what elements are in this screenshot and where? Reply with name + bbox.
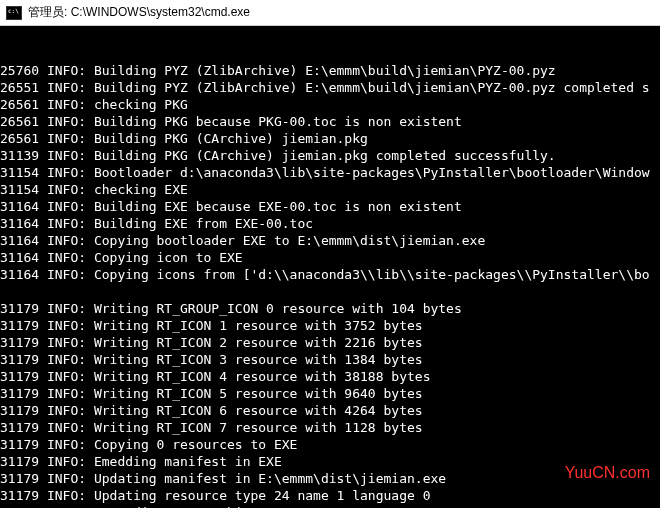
cmd-icon <box>6 6 22 20</box>
output-line: 31139 INFO: Building PKG (CArchive) jiem… <box>0 147 660 164</box>
output-line: 31179 INFO: Copying 0 resources to EXE <box>0 436 660 453</box>
title-bar[interactable]: 管理员: C:\WINDOWS\system32\cmd.exe <box>0 0 660 26</box>
output-line: 26551 INFO: Building PYZ (ZlibArchive) E… <box>0 79 660 96</box>
output-line: 31179 INFO: Updating manifest in E:\emmm… <box>0 470 660 487</box>
output-line: 31179 INFO: Writing RT_ICON 6 resource w… <box>0 402 660 419</box>
output-line: 25760 INFO: Building PYZ (ZlibArchive) E… <box>0 62 660 79</box>
window-title: 管理员: C:\WINDOWS\system32\cmd.exe <box>28 4 250 21</box>
output-line: 26561 INFO: checking PKG <box>0 96 660 113</box>
output-line: 31164 INFO: Building EXE from EXE-00.toc <box>0 215 660 232</box>
output-line: 31154 INFO: Bootloader d:\anaconda3\lib\… <box>0 164 660 181</box>
output-line: 31179 INFO: Writing RT_ICON 5 resource w… <box>0 385 660 402</box>
output-line: 31179 INFO: Appending PKG archive to EXE <box>0 504 660 508</box>
output-line: 31179 INFO: Writing RT_ICON 4 resource w… <box>0 368 660 385</box>
output-line: 31154 INFO: checking EXE <box>0 181 660 198</box>
output-line: 26561 INFO: Building PKG because PKG-00.… <box>0 113 660 130</box>
output-line: 31164 INFO: Copying bootloader EXE to E:… <box>0 232 660 249</box>
output-line: 31179 INFO: Emedding manifest in EXE <box>0 453 660 470</box>
output-line: 31164 INFO: Building EXE because EXE-00.… <box>0 198 660 215</box>
output-line <box>0 283 660 300</box>
output-line: 31179 INFO: Writing RT_ICON 1 resource w… <box>0 317 660 334</box>
output-line: 31179 INFO: Writing RT_ICON 2 resource w… <box>0 334 660 351</box>
terminal-output[interactable]: 25760 INFO: Building PYZ (ZlibArchive) E… <box>0 26 660 508</box>
output-line: 31164 INFO: Copying icon to EXE <box>0 249 660 266</box>
output-line: 31179 INFO: Updating resource type 24 na… <box>0 487 660 504</box>
output-line: 31179 INFO: Writing RT_ICON 7 resource w… <box>0 419 660 436</box>
output-line: 31164 INFO: Copying icons from ['d:\\ana… <box>0 266 660 283</box>
output-lines: 25760 INFO: Building PYZ (ZlibArchive) E… <box>0 62 660 508</box>
output-line: 31179 INFO: Writing RT_ICON 3 resource w… <box>0 351 660 368</box>
output-line: 26561 INFO: Building PKG (CArchive) jiem… <box>0 130 660 147</box>
output-line: 31179 INFO: Writing RT_GROUP_ICON 0 reso… <box>0 300 660 317</box>
